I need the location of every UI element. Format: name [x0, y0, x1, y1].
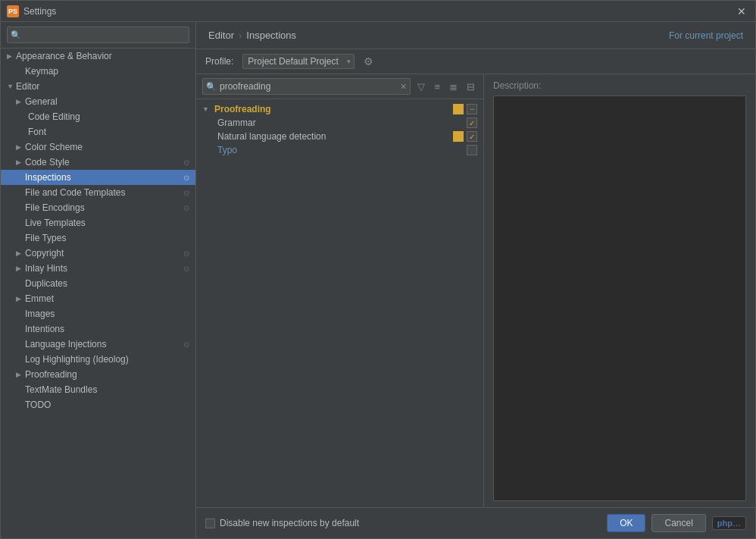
- inspection-checkbox[interactable]: [467, 131, 477, 142]
- inspection-item-grammar[interactable]: Grammar: [196, 116, 483, 130]
- inspections-search-wrap: 🔍 ✕: [202, 78, 411, 95]
- sidebar-item-proofreading[interactable]: Proofreading: [1, 367, 195, 382]
- sidebar-item-inlay-hints[interactable]: Inlay Hints ⊙: [1, 261, 195, 276]
- sidebar-item-label: Color Scheme: [25, 142, 189, 152]
- inspections-tree: Proofreading Grammar Natural language de…: [196, 99, 483, 507]
- sidebar-item-label: Font: [28, 127, 189, 137]
- sidebar-item-label: TODO: [25, 400, 189, 410]
- inspections-panel: 🔍 ✕ ▽ ≡ ≣ ⊟: [196, 74, 484, 507]
- sidebar-item-label: Intentions: [25, 324, 189, 334]
- sidebar-item-live-templates[interactable]: Live Templates: [1, 215, 195, 230]
- sidebar-item-label: Log Highlighting (Ideolog): [25, 354, 189, 365]
- expand-button[interactable]: ≡: [432, 80, 442, 93]
- sidebar-item-label: Copyright: [25, 248, 183, 259]
- sidebar-item-label: Keymap: [25, 66, 189, 77]
- sidebar-item-duplicates[interactable]: Duplicates: [1, 276, 195, 291]
- sidebar-item-label: TextMate Bundles: [25, 384, 189, 395]
- sidebar-item-keymap[interactable]: Keymap: [1, 64, 195, 79]
- bottom-bar: Disable new inspections by default OK Ca…: [196, 507, 755, 538]
- sidebar-item-editor[interactable]: Editor: [1, 79, 195, 94]
- sidebar-item-font[interactable]: Font: [1, 124, 195, 139]
- panel-body: 🔍 ✕ ▽ ≡ ≣ ⊟: [196, 74, 755, 507]
- sidebar-item-file-code-templates[interactable]: File and Code Templates ⊙: [1, 185, 195, 200]
- sidebar-item-intentions[interactable]: Intentions: [1, 321, 195, 337]
- sidebar-item-language-injections[interactable]: Language Injections ⊙: [1, 337, 195, 352]
- sidebar-item-appearance-behavior[interactable]: Appearance & Behavior: [1, 49, 195, 64]
- inspections-search-input[interactable]: [202, 78, 411, 95]
- disable-checkbox-area: Disable new inspections by default: [205, 518, 359, 528]
- inspections-search-clear-icon[interactable]: ✕: [400, 82, 407, 92]
- sidebar-tree: Appearance & Behavior Keymap Editor Gene…: [1, 49, 195, 538]
- more-button[interactable]: ⊟: [464, 80, 477, 93]
- severity-swatch: [453, 104, 464, 114]
- profile-dropdown[interactable]: Project Default Project Default: [242, 54, 355, 69]
- inspection-item-label: Typo: [217, 145, 464, 155]
- sidebar-item-label: General: [25, 96, 189, 107]
- breadcrumb-parent: Editor: [208, 30, 234, 41]
- title-bar: PS Settings ✕: [1, 1, 755, 22]
- sidebar-search-area: 🔍: [1, 22, 195, 49]
- sidebar-item-label: Proofreading: [25, 369, 189, 380]
- sidebar-item-file-encodings[interactable]: File Encodings ⊙: [1, 200, 195, 215]
- disable-new-inspections-checkbox[interactable]: [205, 519, 215, 528]
- arrow-icon: [7, 83, 16, 90]
- sidebar-item-log-highlighting[interactable]: Log Highlighting (Ideolog): [1, 352, 195, 367]
- sidebar-item-textmate-bundles[interactable]: TextMate Bundles: [1, 382, 195, 397]
- inspection-item-label: Grammar: [217, 118, 464, 128]
- sidebar-item-code-editing[interactable]: Code Editing: [1, 109, 195, 124]
- sidebar-item-label: Inlay Hints: [25, 263, 183, 274]
- title-bar-left: PS Settings: [7, 5, 56, 17]
- app-icon: PS: [7, 5, 19, 17]
- inspection-item-label: Natural language detection: [217, 131, 450, 142]
- close-icon[interactable]: ✕: [734, 4, 749, 19]
- profile-dropdown-wrap: Project Default Project Default ▾: [242, 54, 355, 69]
- inspection-group-proofreading[interactable]: Proofreading: [196, 102, 483, 116]
- sidebar-item-label: Duplicates: [25, 278, 189, 289]
- sidebar-item-label: File and Code Templates: [25, 187, 183, 198]
- right-panel: Editor › Inspections For current project…: [196, 22, 755, 538]
- inspection-checkbox[interactable]: [467, 118, 477, 128]
- sidebar-item-color-scheme[interactable]: Color Scheme: [1, 139, 195, 155]
- sidebar-item-label: Inspections: [25, 172, 183, 183]
- sidebar-item-copyright[interactable]: Copyright ⊙: [1, 246, 195, 261]
- inspection-item-typo[interactable]: Typo: [196, 143, 483, 157]
- inspections-search-icon: 🔍: [206, 82, 217, 92]
- badge-icon: ⊙: [183, 340, 189, 349]
- sidebar-item-label: Emmet: [25, 293, 189, 304]
- inspection-group-label: Proofreading: [214, 104, 450, 114]
- profile-label: Profile:: [205, 56, 233, 67]
- description-label: Description:: [493, 80, 746, 91]
- sidebar-item-file-types[interactable]: File Types: [1, 230, 195, 246]
- inspections-search-bar: 🔍 ✕ ▽ ≡ ≣ ⊟: [196, 74, 483, 99]
- for-current-project-link[interactable]: For current project: [669, 30, 743, 41]
- cancel-button[interactable]: Cancel: [651, 514, 705, 532]
- window-title: Settings: [23, 6, 56, 17]
- inspection-checkbox[interactable]: [467, 145, 477, 155]
- badge-icon: ⊙: [183, 189, 189, 197]
- description-box: [493, 96, 746, 501]
- bottom-buttons: OK Cancel php …: [607, 514, 746, 532]
- settings-window: PS Settings ✕ 🔍 Appearance & Behavior: [0, 0, 756, 539]
- sidebar-item-inspections[interactable]: Inspections ⊙: [1, 170, 195, 185]
- inspections-toolbar: ▽ ≡ ≣ ⊟: [415, 80, 477, 93]
- gear-button[interactable]: ⚙: [361, 54, 376, 69]
- badge-icon: ⊙: [183, 265, 189, 273]
- sidebar-item-general[interactable]: General: [1, 94, 195, 109]
- badge-icon: ⊙: [183, 158, 189, 167]
- collapse-button[interactable]: ≣: [447, 80, 460, 93]
- description-panel: Description:: [484, 74, 755, 507]
- badge-icon: ⊙: [183, 249, 189, 258]
- sidebar-search-input[interactable]: [7, 27, 189, 43]
- sidebar-search-icon: 🔍: [11, 30, 21, 40]
- badge-icon: ⊙: [183, 204, 189, 212]
- sidebar-item-code-style[interactable]: Code Style ⊙: [1, 155, 195, 170]
- sidebar-item-label: Code Style: [25, 157, 183, 168]
- sidebar-item-label: Images: [25, 309, 189, 319]
- sidebar-item-todo[interactable]: TODO: [1, 397, 195, 412]
- inspection-item-natural-language[interactable]: Natural language detection: [196, 130, 483, 143]
- sidebar-item-images[interactable]: Images: [1, 306, 195, 321]
- ok-button[interactable]: OK: [607, 514, 645, 532]
- filter-button[interactable]: ▽: [415, 80, 427, 93]
- sidebar-item-emmet[interactable]: Emmet: [1, 291, 195, 306]
- main-content: 🔍 Appearance & Behavior Keymap: [1, 22, 755, 538]
